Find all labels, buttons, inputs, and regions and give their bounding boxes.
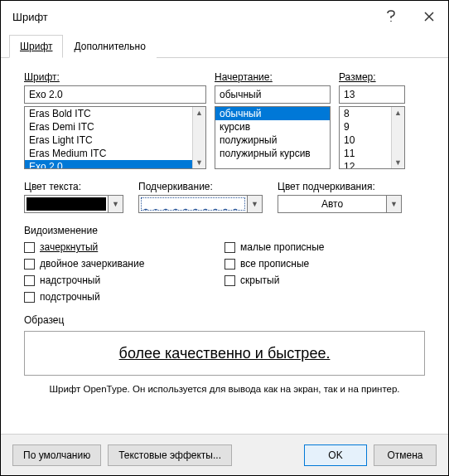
size-label: Размер: [339,71,405,83]
checkbox-icon [24,259,35,270]
style-listbox[interactable]: обычный курсив полужирный полужирный кур… [215,106,331,169]
list-item[interactable]: 11 [340,147,391,160]
ok-button[interactable]: OK [304,444,367,466]
font-input[interactable] [24,85,206,104]
strikethrough-checkbox[interactable]: зачеркнутый [24,241,224,253]
checkbox-icon [24,275,35,286]
list-item[interactable]: Eras Light ITC [25,134,192,147]
list-item[interactable]: Eras Bold ITC [25,107,192,120]
checkbox-icon [224,242,235,253]
chevron-down-icon: ▼ [247,196,262,212]
chevron-up-icon: ▲ [196,107,203,119]
tab-advanced[interactable]: Дополнительно [63,35,156,58]
all-caps-checkbox[interactable]: все прописные [224,258,425,270]
tab-font[interactable]: Шрифт [9,35,63,58]
window-title: Шрифт [12,11,372,23]
list-item[interactable]: курсив [215,120,330,134]
sample-label: Образец [24,314,425,326]
superscript-checkbox[interactable]: надстрочный [24,274,224,286]
size-listbox[interactable]: 8 9 10 11 12 ▲ ▼ [339,106,405,169]
dialog-body: Шрифт: Eras Bold ITC Eras Demi ITC Eras … [1,58,448,394]
style-label: Начертание: [215,71,331,83]
font-scrollbar[interactable]: ▲ ▼ [192,107,205,168]
checkbox-icon [24,242,35,253]
preview-box: более качественно и быстрее. [24,331,425,376]
titlebar: Шрифт [1,1,448,32]
checkbox-icon [224,275,235,286]
list-item[interactable]: 9 [340,120,391,134]
effects-group: зачеркнутый двойное зачеркивание надстро… [24,241,425,303]
list-item[interactable]: Exo 2.0 [25,160,192,169]
underline-wavy-sample [141,197,245,211]
list-item[interactable]: 10 [340,134,391,147]
hidden-checkbox[interactable]: скрытый [224,274,425,286]
chevron-down-icon: ▼ [394,157,402,168]
chevron-down-icon: ▼ [196,157,203,168]
list-item[interactable]: обычный [215,107,330,120]
set-default-button[interactable]: По умолчанию [12,444,101,466]
underline-color-dropdown[interactable]: Авто ▼ [278,195,402,213]
text-color-label: Цвет текста: [24,181,123,192]
close-button[interactable] [410,1,448,32]
font-label: Шрифт: [24,71,206,83]
footer: По умолчанию Текстовые эффекты... OK Отм… [1,434,448,475]
list-item[interactable]: полужирный курсив [215,147,330,160]
help-button[interactable] [372,1,410,32]
small-caps-checkbox[interactable]: малые прописные [224,241,425,253]
effects-label: Видоизменение [24,225,425,236]
underline-color-label: Цвет подчеркивания: [278,181,402,192]
size-input[interactable] [339,85,405,104]
checkbox-icon [24,292,35,303]
text-color-dropdown[interactable]: ▼ [24,195,123,213]
underline-style-dropdown[interactable]: ▼ [138,195,263,213]
underline-color-value: Авто [278,196,386,212]
close-icon [424,12,434,22]
chevron-down-icon: ▼ [386,196,401,212]
double-strikethrough-checkbox[interactable]: двойное зачеркивание [24,258,224,270]
list-item[interactable]: полужирный [215,134,330,147]
font-info-hint: Шрифт OpenType. Он используется для выво… [24,384,425,394]
font-listbox[interactable]: Eras Bold ITC Eras Demi ITC Eras Light I… [24,106,206,169]
cancel-button[interactable]: Отмена [374,444,437,466]
style-input[interactable] [215,85,331,104]
list-item[interactable]: Eras Demi ITC [25,120,192,134]
chevron-down-icon: ▼ [108,196,123,212]
text-effects-button[interactable]: Текстовые эффекты... [108,444,232,466]
size-scrollbar[interactable]: ▲ ▼ [391,107,404,168]
list-item[interactable]: 8 [340,107,391,120]
preview-text: более качественно и быстрее. [119,345,331,362]
font-dialog: Шрифт Шрифт Дополнительно Шрифт: Eras Bo… [0,0,449,476]
chevron-up-icon: ▲ [394,107,402,119]
list-item[interactable]: 12 [340,160,391,169]
list-item[interactable]: Eras Medium ITC [25,147,192,160]
color-swatch-black [27,197,106,211]
tabs: Шрифт Дополнительно [1,34,448,58]
help-icon [386,10,396,23]
subscript-checkbox[interactable]: подстрочный [24,291,224,303]
checkbox-icon [224,259,235,270]
underline-label: Подчеркивание: [138,181,263,192]
